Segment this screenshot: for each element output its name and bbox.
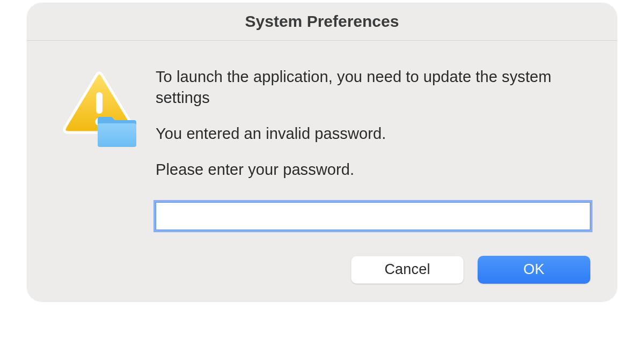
dialog-icon-column	[59, 67, 150, 235]
ok-button[interactable]: OK	[478, 256, 590, 284]
svg-rect-2	[98, 123, 136, 147]
dialog-button-row: Cancel OK	[27, 241, 617, 302]
dialog-titlebar: System Preferences	[27, 3, 617, 41]
dialog-body: To launch the application, you need to u…	[27, 41, 617, 241]
dialog-error-message: You entered an invalid password.	[156, 123, 590, 144]
dialog-prompt-message: Please enter your password.	[156, 159, 590, 180]
password-row	[156, 202, 590, 230]
cancel-button[interactable]: Cancel	[351, 256, 464, 284]
dialog-message-column: To launch the application, you need to u…	[150, 67, 590, 235]
dialog-primary-message: To launch the application, you need to u…	[156, 67, 590, 108]
svg-rect-0	[96, 92, 103, 114]
system-preferences-dialog: System Preferences	[27, 3, 617, 302]
warning-folder-icon	[59, 71, 140, 151]
dialog-title: System Preferences	[27, 12, 617, 31]
password-input[interactable]	[156, 202, 590, 230]
